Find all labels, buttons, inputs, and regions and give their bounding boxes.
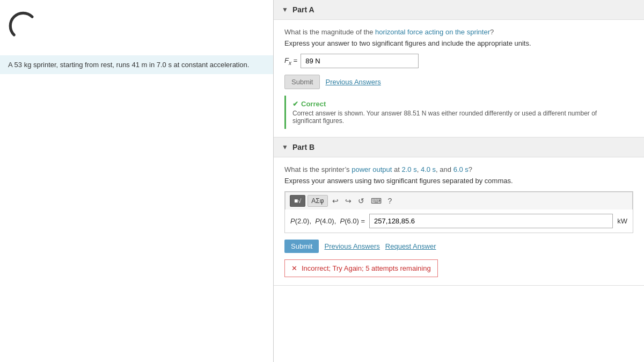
part-a-correct-title: ✔ Correct	[292, 100, 627, 108]
part-b-chevron-icon[interactable]: ▼	[282, 143, 288, 151]
part-a-header: ▼ Part A	[274, 0, 644, 20]
left-panel: A 53 kg sprinter, starting from rest, ru…	[0, 0, 274, 362]
right-panel: ▼ Part A What is the magnitude of the ho…	[274, 0, 644, 362]
part-b-request-answer-link[interactable]: Request Answer	[385, 242, 436, 250]
part-a-chevron-icon[interactable]: ▼	[282, 6, 288, 13]
part-b-body: What is the sprinter’s power output at 2…	[274, 157, 644, 285]
part-b-answer-box: ■√ AΣφ ↩ ↪ ↺ ⌨ ?	[284, 191, 633, 233]
problem-statement: A 53 kg sprinter, starting from rest, ru…	[0, 55, 273, 74]
part-b-incorrect-box: ✕ Incorrect; Try Again; 5 attempts remai…	[284, 259, 438, 277]
part-a-instruction: Express your answer to two significant f…	[284, 39, 633, 47]
checkmark-icon: ✔	[292, 100, 298, 108]
part-a-answer-input[interactable]	[301, 54, 419, 68]
redo-button[interactable]: ↪	[343, 196, 354, 206]
part-a-label: Part A	[292, 5, 314, 14]
part-a-section: ▼ Part A What is the magnitude of the ho…	[274, 0, 644, 137]
part-a-submit-button[interactable]: Submit	[284, 75, 320, 89]
part-a-action-row: Submit Previous Answers	[284, 75, 633, 89]
app-logo	[8, 11, 40, 43]
part-b-formula-label: P(2.0), P(4.0), P(6.0) =	[290, 217, 365, 225]
matrix-sqrt-button[interactable]: ■√	[290, 195, 305, 207]
symbol-button[interactable]: AΣφ	[308, 195, 327, 207]
part-a-answer-label: Fx =	[284, 56, 297, 66]
part-b-unit-label: kW	[617, 217, 627, 225]
part-b-label: Part B	[292, 143, 314, 151]
part-a-question: What is the magnitude of the horizontal …	[284, 28, 633, 36]
part-a-correct-box: ✔ Correct Correct answer is shown. Your …	[284, 96, 633, 129]
part-b-header: ▼ Part B	[274, 137, 644, 157]
math-toolbar: ■√ AΣφ ↩ ↪ ↺ ⌨ ?	[285, 192, 633, 209]
part-b-previous-answers-link[interactable]: Previous Answers	[324, 242, 379, 250]
part-a-answer-row: Fx =	[284, 54, 633, 68]
part-b-question: What is the sprinter’s power output at 2…	[284, 165, 633, 173]
logo-area	[0, 5, 273, 55]
undo-button[interactable]: ↩	[330, 196, 341, 206]
part-a-previous-answers-link[interactable]: Previous Answers	[325, 78, 380, 86]
x-icon: ✕	[291, 264, 297, 272]
part-b-action-row: Submit Previous Answers Request Answer	[284, 240, 633, 253]
part-b-formula-row: P(2.0), P(4.0), P(6.0) = kW	[285, 209, 633, 233]
part-b-incorrect-message: Incorrect; Try Again; 5 attempts remaini…	[302, 264, 431, 272]
part-b-instruction: Express your answers using two significa…	[284, 177, 633, 185]
part-b-answer-input[interactable]	[369, 214, 613, 228]
help-button[interactable]: ?	[386, 196, 394, 206]
keyboard-button[interactable]: ⌨	[369, 196, 384, 206]
reset-button[interactable]: ↺	[356, 196, 367, 206]
part-b-submit-button[interactable]: Submit	[284, 240, 319, 253]
part-b-section: ▼ Part B What is the sprinter’s power ou…	[274, 137, 644, 286]
part-a-body: What is the magnitude of the horizontal …	[274, 20, 644, 137]
part-a-correct-description: Correct answer is shown. Your answer 88.…	[292, 110, 627, 125]
